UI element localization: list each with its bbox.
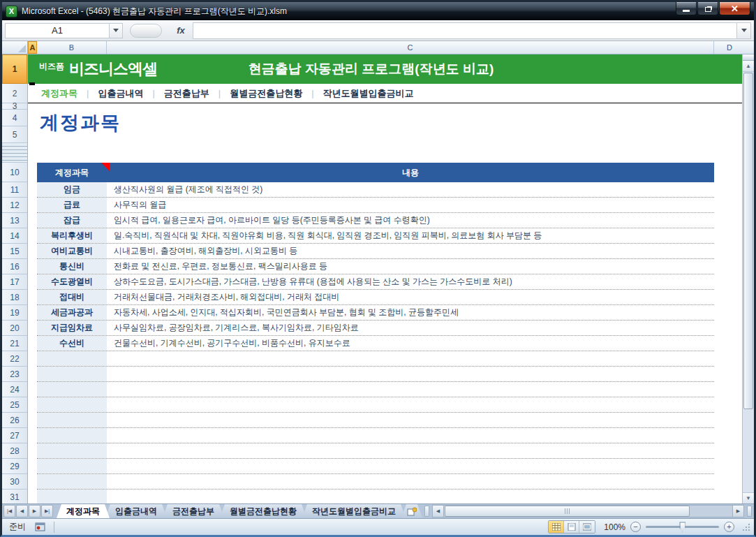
row-header-19[interactable]: 19 xyxy=(2,305,27,321)
description-cell[interactable] xyxy=(107,459,714,473)
insert-function-button[interactable]: fx xyxy=(169,25,193,36)
description-cell[interactable] xyxy=(107,367,714,381)
row-header-2[interactable]: 2 xyxy=(2,84,27,103)
row-header-10[interactable]: 10 xyxy=(2,163,27,182)
nav-link-2[interactable]: 입출금내역 xyxy=(89,87,152,100)
account-cell[interactable]: 접대비 xyxy=(37,290,107,304)
sheet-tab-4[interactable]: 월별금전출납현황 xyxy=(220,504,306,518)
first-sheet-button[interactable]: |◀ xyxy=(3,505,15,517)
account-cell[interactable] xyxy=(37,413,107,427)
close-button[interactable]: ✕ xyxy=(719,2,750,15)
zoom-slider[interactable] xyxy=(646,526,719,528)
account-cell[interactable] xyxy=(37,459,107,473)
account-cell[interactable]: 세금과공과 xyxy=(37,305,107,320)
row-header-24[interactable]: 24 xyxy=(2,382,27,397)
nav-link-4[interactable]: 월별금전출납현황 xyxy=(221,87,311,100)
tab-area-splitter[interactable] xyxy=(424,506,429,517)
selection-fill-handle[interactable] xyxy=(29,82,35,85)
vertical-scrollbar[interactable]: ▲ ▼ xyxy=(742,54,754,503)
scrollbar-split-handle[interactable] xyxy=(743,54,754,61)
description-cell[interactable]: 건물수선비, 기계수선비, 공기구수선비, 비품수선비, 유지보수료 xyxy=(107,336,714,351)
sheet-content[interactable]: 비즈폼 비즈니스엑셀 현금출납 자동관리 프로그램(작년도 비교) 계정과목|입… xyxy=(28,54,742,503)
zoom-slider-thumb[interactable] xyxy=(679,522,685,532)
row-header-1[interactable]: 1 xyxy=(2,54,27,84)
row-header-28[interactable]: 28 xyxy=(2,443,27,459)
name-box-dropdown[interactable] xyxy=(110,23,123,38)
scroll-right-arrow[interactable]: ▶ xyxy=(732,505,744,517)
row-header-12[interactable]: 12 xyxy=(2,198,27,213)
last-sheet-button[interactable]: ▶| xyxy=(41,505,53,517)
description-cell[interactable]: 생산직사원의 월급 (제조에 직접적인 것) xyxy=(107,182,714,197)
account-cell[interactable] xyxy=(37,351,107,366)
row-header-25[interactable]: 25 xyxy=(2,397,27,413)
scroll-down-arrow[interactable]: ▼ xyxy=(743,492,754,503)
description-cell[interactable]: 전화료 및 전신료, 우편료, 정보통신료, 팩스밀리사용료 등 xyxy=(107,259,714,274)
row-header-4[interactable]: 4 xyxy=(2,110,27,126)
nav-link-5[interactable]: 작년도월별입출금비교 xyxy=(314,87,423,100)
row-header-3[interactable]: 3 xyxy=(2,103,27,110)
description-cell[interactable]: 사무직의 월급 xyxy=(107,198,714,212)
horizontal-scrollbar[interactable]: ◀ ▶ xyxy=(431,504,745,518)
row-header-13[interactable]: 13 xyxy=(2,213,27,228)
header-cell-description[interactable]: 내용 xyxy=(107,163,714,182)
account-cell[interactable]: 복리후생비 xyxy=(37,228,107,243)
sheet-tab-1[interactable]: 계정과목 xyxy=(57,504,110,518)
vertical-scroll-track[interactable] xyxy=(743,72,754,492)
description-cell[interactable]: 사무실임차료, 공장임차료, 기계리스료, 복사기임차료, 기타임차료 xyxy=(107,321,714,335)
row-header-15[interactable]: 15 xyxy=(2,244,27,259)
cell-name-box[interactable]: A1 xyxy=(5,23,110,38)
select-all-corner[interactable] xyxy=(2,41,28,54)
page-break-view-button[interactable] xyxy=(579,521,595,533)
account-cell[interactable] xyxy=(37,474,107,489)
account-cell[interactable]: 급료 xyxy=(37,198,107,212)
nav-link-1[interactable]: 계정과목 xyxy=(32,87,87,100)
description-cell[interactable]: 상하수도요금, 도시가스대금, 가스대금, 난방용 유류대 (용접에 사용되는 … xyxy=(107,274,714,289)
row-header-14[interactable]: 14 xyxy=(2,228,27,244)
sheet-tab-2[interactable]: 입출금내역 xyxy=(105,504,167,518)
row-header-17[interactable]: 17 xyxy=(2,274,27,290)
row-header-20[interactable]: 20 xyxy=(2,321,27,336)
row-header-23[interactable]: 23 xyxy=(2,367,27,382)
horizontal-scroll-track[interactable] xyxy=(444,505,732,517)
zoom-level[interactable]: 100% xyxy=(600,522,625,532)
column-header-d[interactable]: D xyxy=(714,41,754,54)
account-cell[interactable]: 수도광열비 xyxy=(37,274,107,289)
account-cell[interactable]: 잡급 xyxy=(37,213,107,228)
next-sheet-button[interactable]: ▶ xyxy=(29,505,40,517)
description-cell[interactable]: 자동차세, 사업소세, 인지대, 적십자회비, 국민연금회사 부담분, 협회 및… xyxy=(107,305,714,320)
row-header-22[interactable]: 22 xyxy=(2,351,27,367)
account-cell[interactable] xyxy=(37,490,107,503)
account-cell[interactable] xyxy=(37,382,107,397)
minimize-button[interactable] xyxy=(676,2,697,15)
column-header-b[interactable]: B xyxy=(37,41,107,54)
description-cell[interactable] xyxy=(107,397,714,412)
account-cell[interactable] xyxy=(37,428,107,443)
row-header-26[interactable]: 26 xyxy=(2,413,27,428)
description-cell[interactable] xyxy=(107,413,714,427)
page-layout-view-button[interactable] xyxy=(564,521,579,533)
row-header-11[interactable]: 11 xyxy=(2,182,27,198)
scroll-up-arrow[interactable]: ▲ xyxy=(743,61,754,72)
header-cell-account[interactable]: 계정과목 xyxy=(37,163,107,182)
row-header-31[interactable]: 31 xyxy=(2,490,27,503)
prev-sheet-button[interactable]: ◀ xyxy=(16,505,28,517)
account-cell[interactable]: 수선비 xyxy=(37,336,107,351)
normal-view-button[interactable] xyxy=(549,521,564,533)
description-cell[interactable]: 시내교통비, 출장여비, 해외출장비, 시외교통비 등 xyxy=(107,244,714,258)
nav-link-3[interactable]: 금전출납부 xyxy=(155,87,218,100)
column-header-a[interactable]: A xyxy=(28,41,37,54)
account-cell[interactable]: 여비교통비 xyxy=(37,244,107,258)
row-header-16[interactable]: 16 xyxy=(2,259,27,274)
row-header-27[interactable]: 27 xyxy=(2,428,27,443)
description-cell[interactable]: 일.숙직비, 직원식대 및 차대, 직원야유회 비용, 직원 회식대, 임직원 … xyxy=(107,228,714,243)
description-cell[interactable] xyxy=(107,490,714,503)
scrollbar-resize-splitter[interactable] xyxy=(747,506,752,517)
row-header-5[interactable]: 5 xyxy=(2,126,27,143)
formula-input[interactable] xyxy=(193,22,736,39)
row-header-18[interactable]: 18 xyxy=(2,290,27,305)
account-cell[interactable]: 임금 xyxy=(37,182,107,197)
account-cell[interactable] xyxy=(37,443,107,458)
description-cell[interactable]: 임시적 급여, 일용근로자 급여, 아르바이트 일당 등(주민등록증사본 및 급… xyxy=(107,213,714,228)
row-header-21[interactable]: 21 xyxy=(2,336,27,351)
restore-button[interactable] xyxy=(697,2,718,15)
